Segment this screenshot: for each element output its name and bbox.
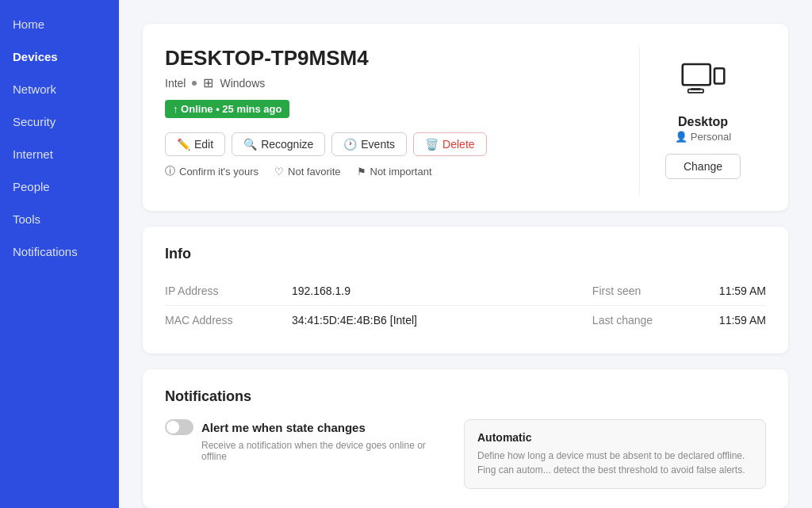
secondary-actions: ⓘ Confirm it's yours ♡ Not favorite ⚑ No… — [165, 164, 487, 178]
recognize-icon: 🔍 — [243, 138, 257, 151]
device-title-section: DESKTOP-TP9MSM4 Intel ⊞ Windows ↑ Online… — [165, 46, 487, 178]
device-brand: Intel — [165, 77, 186, 90]
mac-value: 34:41:5D:4E:4B:B6 [Intel] — [292, 314, 561, 327]
svg-rect-1 — [714, 68, 724, 83]
sidebar-item-network[interactable]: Network — [0, 73, 119, 105]
ip-label: IP Address — [165, 285, 292, 297]
info-table: IP Address 192.168.1.9 First seen 11:59 … — [165, 277, 766, 334]
sidebar-item-tools[interactable]: Tools — [0, 203, 119, 235]
sidebar-item-home[interactable]: Home — [0, 8, 119, 40]
last-change-label: Last change — [592, 314, 719, 327]
device-header-card: DESKTOP-TP9MSM4 Intel ⊞ Windows ↑ Online… — [143, 24, 788, 211]
info-section: Info IP Address 192.168.1.9 First seen 1… — [143, 227, 788, 353]
delete-button[interactable]: 🗑️ Delete — [413, 132, 486, 156]
first-seen-value: 11:59 AM — [719, 285, 766, 297]
windows-icon: ⊞ — [203, 75, 213, 90]
toggle-label: Alert me when state changes — [201, 421, 366, 434]
last-change-value: 11:59 AM — [719, 314, 766, 327]
sidebar: Home Devices Network Security Internet P… — [0, 0, 119, 508]
ip-value: 192.168.1.9 — [292, 285, 561, 297]
heart-icon: ♡ — [274, 166, 284, 178]
info-title: Info — [165, 246, 766, 262]
info-row-mac: MAC Address 34:41:5D:4E:4B:B6 [Intel] La… — [165, 306, 766, 334]
flag-icon: ⚑ — [357, 166, 366, 178]
status-text: ↑ Online • 25 mins ago — [173, 103, 282, 115]
automatic-label: Automatic — [477, 431, 753, 444]
confirm-icon: ⓘ — [165, 164, 175, 178]
edit-button[interactable]: ✏️ Edit — [165, 132, 225, 156]
svg-rect-3 — [688, 90, 703, 93]
toggle-desc: Receive a notification when the device g… — [201, 440, 440, 462]
device-type-panel: Desktop 👤 Personal Change — [639, 46, 766, 195]
notifications-section: Notifications Alert me when state change… — [143, 369, 788, 508]
device-type-name: Desktop — [678, 115, 728, 129]
first-seen-label: First seen — [592, 285, 719, 297]
events-icon: 🕐 — [343, 138, 357, 151]
info-row-ip: IP Address 192.168.1.9 First seen 11:59 … — [165, 277, 766, 306]
delete-icon: 🗑️ — [425, 138, 439, 151]
sidebar-item-security[interactable]: Security — [0, 105, 119, 138]
important-button[interactable]: ⚑ Not important — [357, 164, 432, 178]
notifications-content: Alert me when state changes Receive a no… — [165, 419, 766, 489]
automatic-desc: Define how long a device must be absent … — [477, 449, 753, 477]
edit-icon: ✏️ — [177, 138, 190, 151]
device-os: Windows — [220, 77, 265, 90]
person-icon: 👤 — [675, 131, 688, 143]
sidebar-item-people[interactable]: People — [0, 170, 119, 203]
change-button[interactable]: Change — [665, 154, 741, 179]
device-name: DESKTOP-TP9MSM4 — [165, 46, 487, 71]
sidebar-item-notifications[interactable]: Notifications — [0, 235, 119, 268]
device-subtitle: Intel ⊞ Windows — [165, 75, 487, 90]
notifications-left: Alert me when state changes Receive a no… — [165, 419, 440, 489]
toggle-row: Alert me when state changes — [165, 419, 440, 435]
online-badge: ↑ Online • 25 mins ago — [165, 100, 289, 118]
notifications-right: Automatic Define how long a device must … — [464, 419, 766, 489]
favorite-button[interactable]: ♡ Not favorite — [274, 164, 340, 178]
events-button[interactable]: 🕐 Events — [331, 132, 407, 156]
device-type-icon — [681, 62, 726, 109]
device-type-sub: 👤 Personal — [675, 131, 731, 143]
subtitle-dot — [192, 81, 197, 86]
svg-rect-0 — [682, 64, 710, 85]
confirm-button[interactable]: ⓘ Confirm it's yours — [165, 164, 259, 178]
sidebar-item-devices[interactable]: Devices — [0, 40, 119, 73]
state-toggle[interactable] — [165, 419, 193, 435]
notifications-title: Notifications — [165, 388, 766, 405]
mac-label: MAC Address — [165, 314, 292, 327]
recognize-button[interactable]: 🔍 Recognize — [232, 132, 325, 156]
sidebar-item-internet[interactable]: Internet — [0, 138, 119, 170]
main-content: DESKTOP-TP9MSM4 Intel ⊞ Windows ↑ Online… — [119, 0, 812, 508]
action-buttons: ✏️ Edit 🔍 Recognize 🕐 Events 🗑️ Delete — [165, 132, 487, 156]
